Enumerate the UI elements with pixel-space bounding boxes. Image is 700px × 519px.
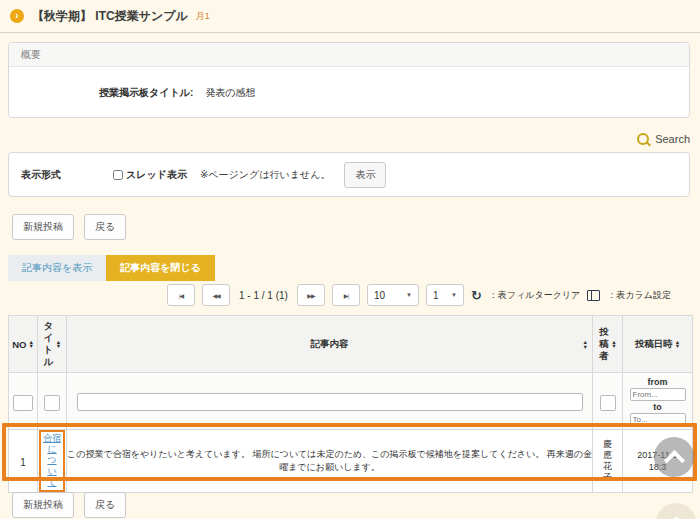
post-title-link[interactable]: 合宿について — [43, 433, 61, 488]
table-header-row: NO ▲▼ タイトル ▲▼ 記事内容 ▲▼ 投稿者 ▲▼ 投稿日時 ▲▼ — [9, 316, 693, 373]
chevron-down-icon: ▼ — [451, 292, 457, 298]
sort-icon[interactable]: ▲▼ — [675, 340, 680, 349]
table-row: 1 合宿について この授業で合宿をやりたいと考えています。 場所については未定の… — [9, 430, 693, 493]
filter-poster-input[interactable] — [600, 395, 616, 411]
col-header-title: タイトル ▲▼ — [38, 316, 67, 373]
back-button[interactable]: 戻る — [84, 214, 126, 240]
post-content: この授業で合宿をやりたいと考えています。 場所については未定のため、この掲示板で… — [67, 430, 593, 493]
scroll-to-top-button[interactable] — [654, 437, 694, 477]
scroll-to-top-ghost — [656, 503, 696, 519]
thread-display-label: スレッド表示 — [126, 168, 187, 182]
col-header-content: 記事内容 ▲▼ — [67, 316, 593, 373]
search-link[interactable]: Search — [637, 133, 690, 145]
bottom-actions: 新規投稿 戻る — [12, 492, 126, 518]
board-title-value: 発表の感想 — [205, 86, 255, 100]
last-page-button[interactable]: ▶| — [332, 284, 360, 306]
col-label-date: 投稿日時 — [635, 338, 673, 351]
filter-clear-label: ：表フィルタークリア — [489, 289, 580, 302]
sort-icon[interactable]: ▲▼ — [56, 340, 61, 349]
filter-clear-icon[interactable]: ↻ — [471, 289, 482, 302]
page-title: 【秋学期】 ITC授業サンプル — [32, 8, 188, 25]
column-settings-label: ：表カラム設定 — [607, 289, 671, 302]
filter-date-to-input[interactable] — [630, 413, 686, 426]
top-actions: 新規投稿 戻る — [12, 214, 126, 240]
chevron-right-icon[interactable]: › — [10, 9, 24, 23]
filter-to-label: to — [653, 402, 662, 412]
table-filter-row: from to — [9, 373, 693, 430]
col-label-title: タイトル — [43, 320, 54, 368]
display-format-panel: 表示形式 スレッド表示 ※ページングは行いません。 表示 — [8, 152, 690, 197]
page-number-select[interactable]: 1 ▼ — [426, 284, 464, 306]
display-button[interactable]: 表示 — [344, 162, 386, 188]
tab-hide-content[interactable]: 記事内容を閉じる — [106, 255, 215, 281]
filter-date-from-input[interactable] — [630, 388, 686, 401]
chevron-up-icon — [663, 449, 684, 470]
page-size-select[interactable]: 10 ▼ — [367, 284, 419, 306]
sort-icon[interactable]: ▲▼ — [583, 340, 588, 349]
new-post-button[interactable]: 新規投稿 — [12, 214, 74, 240]
page-number-value: 1 — [433, 290, 439, 301]
period-badge: 月1 — [196, 10, 210, 23]
chevron-down-icon: ▼ — [406, 292, 412, 298]
post-no: 1 — [20, 457, 26, 468]
thread-display-checkbox[interactable] — [113, 170, 123, 180]
prev-page-button[interactable]: ◀◀ — [202, 284, 230, 306]
filter-from-label: from — [648, 377, 668, 387]
page-size-value: 10 — [374, 290, 385, 301]
post-title-highlight: 合宿について — [39, 430, 65, 492]
tab-show-content[interactable]: 記事内容を表示 — [8, 255, 106, 281]
pagination-bar: |◀ ◀◀ 1 - 1 / 1 (1) ▶▶ ▶| 10 ▼ 1 ▼ ↻ ：表フ… — [167, 284, 671, 306]
posts-table: NO ▲▼ タイトル ▲▼ 記事内容 ▲▼ 投稿者 ▲▼ 投稿日時 ▲▼ — [8, 315, 693, 493]
board-title-label: 授業掲示板タイトル: — [99, 86, 193, 100]
col-label-poster: 投稿者 — [598, 326, 609, 362]
col-header-poster: 投稿者 ▲▼ — [593, 316, 623, 373]
new-post-button[interactable]: 新規投稿 — [12, 492, 74, 518]
post-author: 慶應花子 — [602, 439, 614, 483]
next-page-button[interactable]: ▶▶ — [297, 284, 325, 306]
search-label: Search — [655, 133, 690, 145]
sort-icon[interactable]: ▲▼ — [28, 340, 33, 349]
filter-content-input[interactable] — [77, 393, 583, 411]
first-page-button[interactable]: |◀ — [167, 284, 195, 306]
paging-note: ※ページングは行いません。 — [200, 168, 331, 182]
content-tabs: 記事内容を表示 記事内容を閉じる — [8, 255, 215, 281]
search-icon — [637, 133, 649, 145]
filter-no-input[interactable] — [13, 395, 33, 411]
back-button[interactable]: 戻る — [84, 492, 126, 518]
page-header: › 【秋学期】 ITC授業サンプル 月1 — [0, 0, 700, 33]
sort-icon[interactable]: ▲▼ — [611, 340, 616, 349]
col-label-content: 記事内容 — [311, 338, 349, 349]
filter-title-input[interactable] — [44, 395, 60, 411]
page-range-label: 1 - 1 / 1 (1) — [239, 290, 288, 301]
overview-panel-title: 概要 — [9, 43, 689, 67]
display-format-label: 表示形式 — [21, 168, 113, 182]
column-settings-icon[interactable] — [587, 290, 600, 301]
chevron-up-icon — [665, 515, 686, 519]
overview-panel: 概要 授業掲示板タイトル: 発表の感想 — [8, 42, 690, 118]
col-label-no: NO — [12, 339, 26, 350]
col-header-date: 投稿日時 ▲▼ — [623, 316, 693, 373]
col-header-no: NO ▲▼ — [9, 316, 38, 373]
